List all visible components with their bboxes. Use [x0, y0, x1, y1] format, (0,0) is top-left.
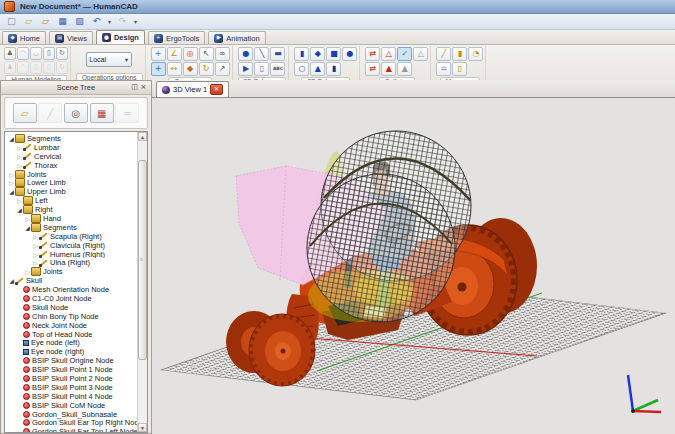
- tab-views[interactable]: ▤Views: [49, 31, 93, 44]
- expand-icon[interactable]: ▷: [8, 171, 15, 178]
- close-view-icon[interactable]: ✕: [210, 84, 223, 95]
- expand-icon[interactable]: ▷: [16, 144, 23, 151]
- text-tool-icon[interactable]: ABC: [270, 62, 285, 76]
- angle-protractor-icon[interactable]: ∠: [167, 47, 182, 61]
- tab-design[interactable]: ●Design: [96, 30, 145, 44]
- add-node-icon[interactable]: ▱: [13, 103, 37, 123]
- expand-icon[interactable]: ▷: [32, 233, 39, 240]
- posture-lean-back-icon[interactable]: ◡: [30, 47, 42, 60]
- undo-dropdown-icon[interactable]: ▾: [106, 18, 113, 25]
- rectangle-tool-icon[interactable]: ▬: [270, 47, 285, 61]
- tree-item[interactable]: Eye node (left): [5, 338, 138, 347]
- 3d-scene-canvas[interactable]: [152, 98, 675, 434]
- expand-icon[interactable]: ▷: [24, 268, 31, 275]
- expand-icon[interactable]: ▷: [32, 251, 39, 258]
- undo-icon[interactable]: ↶: [89, 15, 104, 29]
- tree-item[interactable]: ▷Hand: [5, 214, 138, 223]
- tab-home[interactable]: ◆Home: [2, 31, 46, 44]
- scroll-up-icon[interactable]: ▲: [138, 132, 147, 141]
- measure-ruler-icon[interactable]: ▮: [452, 47, 467, 61]
- redo-dropdown-icon[interactable]: ▾: [132, 18, 139, 25]
- collision-check-icon[interactable]: ⇄: [365, 47, 380, 61]
- tree-item[interactable]: Eye node (right): [5, 347, 138, 356]
- measure-height-icon[interactable]: ▯: [452, 62, 467, 76]
- record-icon[interactable]: ◎: [64, 103, 88, 123]
- scroll-thumb[interactable]: [138, 160, 147, 360]
- open-folder-icon[interactable]: ▱: [21, 15, 36, 29]
- stature-icon[interactable]: ▯: [43, 47, 55, 60]
- render-icon[interactable]: ▦: [90, 103, 114, 123]
- select-move-icon[interactable]: +: [151, 47, 166, 61]
- circle-tool-icon[interactable]: ●: [238, 47, 253, 61]
- line-tool-icon[interactable]: ╲: [254, 47, 269, 61]
- grab-icon[interactable]: ◆: [183, 62, 198, 76]
- collapse-icon[interactable]: ◢: [8, 277, 15, 284]
- tree-item[interactable]: BSIP Skull Point 1 Node: [5, 365, 138, 374]
- target-icon[interactable]: ◎: [183, 47, 198, 61]
- measure-angle-icon[interactable]: ◔: [468, 47, 483, 61]
- tree-item[interactable]: Neck Joint Node: [5, 321, 138, 330]
- expand-icon[interactable]: ▷: [16, 153, 23, 160]
- collision-pair-icon[interactable]: ⇄: [365, 62, 380, 76]
- tree-item[interactable]: ▷Humerus (Right): [5, 250, 138, 259]
- link-icon[interactable]: ∞: [215, 47, 230, 61]
- tree-item[interactable]: ▷Joints: [5, 170, 138, 179]
- tree-item[interactable]: Gordon Skull Ear Top Left Node: [5, 427, 138, 432]
- tree-item[interactable]: ▷Joints: [5, 267, 138, 276]
- tree-item[interactable]: C1-C0 Joint Node: [5, 294, 138, 303]
- rotate-icon[interactable]: ↻: [199, 62, 214, 76]
- posture-lean-icon[interactable]: ◠: [17, 47, 29, 60]
- expand-icon[interactable]: ▷: [24, 215, 31, 222]
- vector-icon[interactable]: ↗: [215, 62, 230, 76]
- sphere-tool-icon[interactable]: ●: [342, 47, 357, 61]
- new-document-icon[interactable]: □: [4, 15, 19, 29]
- collision-self-icon[interactable]: ▲: [381, 62, 396, 76]
- tree-item[interactable]: ◢Segments: [5, 134, 138, 143]
- tree-item[interactable]: Gordon Skull Ear Top Right Node: [5, 419, 138, 428]
- tree-item[interactable]: BSIP Skull Point 3 Node: [5, 383, 138, 392]
- body-rotate-icon[interactable]: ↻: [56, 47, 68, 60]
- triangle-tool-icon[interactable]: ▶: [238, 62, 253, 76]
- tree-item[interactable]: ◢Segments: [5, 223, 138, 232]
- tree-item[interactable]: BSIP Skull Point 4 Node: [5, 392, 138, 401]
- tree-item[interactable]: ▷Thorax: [5, 161, 138, 170]
- coordinate-system-select[interactable]: Local▼: [86, 52, 132, 67]
- tree-item[interactable]: BSIP Skull Origine Node: [5, 356, 138, 365]
- tree-item[interactable]: ◢Skull: [5, 276, 138, 285]
- polyhedron-tool-icon[interactable]: ◆: [310, 47, 325, 61]
- mannequin-icon[interactable]: ♟: [4, 47, 16, 60]
- scroll-down-icon[interactable]: ▼: [138, 423, 147, 432]
- translate-free-icon[interactable]: ↔: [167, 62, 182, 76]
- measure-equal-icon[interactable]: =: [436, 62, 451, 76]
- tree-item[interactable]: Top of Head Node: [5, 330, 138, 339]
- tree-item[interactable]: ▷Ulna (Right): [5, 258, 138, 267]
- expand-icon[interactable]: ▷: [32, 242, 39, 249]
- save-as-icon[interactable]: ▨: [72, 15, 87, 29]
- tube-tool-icon[interactable]: ▮: [326, 62, 341, 76]
- tree-item[interactable]: ▷Lower Limb: [5, 178, 138, 187]
- import-document-icon[interactable]: ▱: [38, 15, 53, 29]
- tree-item[interactable]: Chin Bony Tip Node: [5, 312, 138, 321]
- dimension-tool-icon[interactable]: ▯: [254, 62, 269, 76]
- collapse-icon[interactable]: ◢: [8, 135, 15, 142]
- collapse-icon[interactable]: ◢: [8, 188, 15, 195]
- expand-icon[interactable]: ▷: [16, 162, 23, 169]
- tree-item[interactable]: ◢Upper Limb: [5, 187, 138, 196]
- tab-animation[interactable]: ▶Animation: [208, 31, 265, 44]
- expand-icon[interactable]: ▷: [16, 197, 23, 204]
- collision-off-icon[interactable]: ▲: [397, 62, 412, 76]
- tree-item[interactable]: ▷Left: [5, 196, 138, 205]
- tree-item[interactable]: Mesh Orientation Node: [5, 285, 138, 294]
- translate-icon[interactable]: +: [151, 62, 166, 76]
- tab-ergotools[interactable]: +ErgoTools: [148, 31, 205, 44]
- tree-scrollbar[interactable]: ▲ ▼: [137, 132, 147, 432]
- tree-item[interactable]: BSIP Skull Point 2 Node: [5, 374, 138, 383]
- cube-tool-icon[interactable]: ■: [326, 47, 341, 61]
- tree-item[interactable]: ▷Scapula (Right): [5, 232, 138, 241]
- expand-icon[interactable]: ▷: [8, 179, 15, 186]
- 3d-scene[interactable]: [152, 98, 671, 434]
- measure-draw-icon[interactable]: ╱: [436, 47, 451, 61]
- tree-item[interactable]: ▷Lumbar: [5, 143, 138, 152]
- tree-item[interactable]: ◢Right: [5, 205, 138, 214]
- tab-3d-view-1[interactable]: 3D View 1 ✕: [156, 81, 229, 97]
